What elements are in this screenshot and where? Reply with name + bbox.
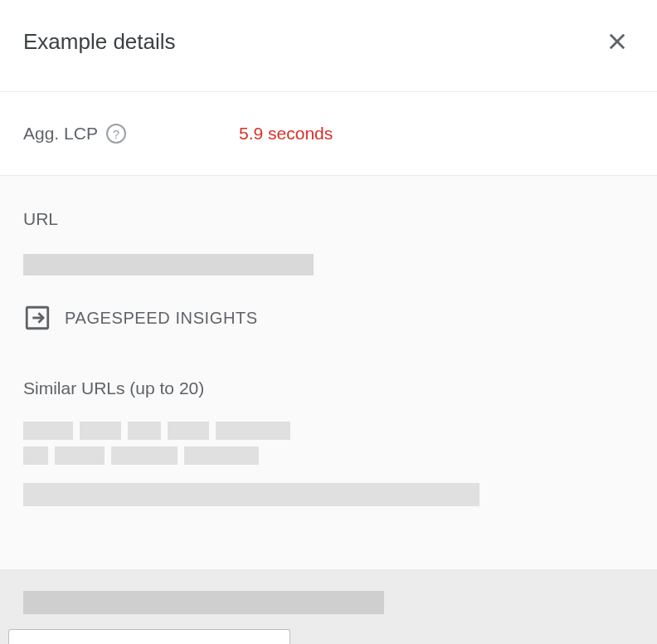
redacted-bar: [23, 422, 73, 440]
help-icon[interactable]: ?: [106, 124, 126, 144]
close-button[interactable]: [601, 25, 634, 58]
redacted-bar: [168, 422, 209, 440]
list-item: [23, 483, 634, 506]
close-icon: [606, 30, 629, 53]
panel-header: Example details: [0, 0, 657, 92]
redacted-bar: [23, 446, 48, 465]
list-item: [23, 446, 634, 465]
redacted-bar: [23, 254, 314, 276]
popup-stub[interactable]: [8, 629, 290, 644]
redacted-bar: [111, 446, 178, 465]
pagespeed-insights-label: PAGESPEED INSIGHTS: [65, 309, 258, 328]
redacted-bar: [80, 422, 121, 440]
metric-label-text: Agg. LCP: [23, 124, 98, 144]
pagespeed-insights-link[interactable]: PAGESPEED INSIGHTS: [23, 304, 634, 332]
metric-value: 5.9 seconds: [239, 124, 333, 144]
redacted-bar: [23, 591, 384, 614]
redacted-bar: [128, 422, 161, 440]
similar-urls-label: Similar URLs (up to 20): [23, 378, 634, 398]
open-external-icon: [23, 304, 51, 332]
redacted-bar: [184, 446, 259, 465]
list-item: [23, 422, 634, 440]
similar-urls-list: [23, 422, 634, 506]
redacted-bar: [23, 483, 479, 506]
url-section-label: URL: [23, 209, 634, 229]
url-value-redacted: [23, 254, 634, 276]
panel-title: Example details: [23, 29, 176, 55]
redacted-bar: [216, 422, 290, 440]
metric-label: Agg. LCP ?: [23, 124, 222, 144]
metric-row: Agg. LCP ? 5.9 seconds: [0, 92, 657, 176]
redacted-bar: [55, 446, 105, 465]
